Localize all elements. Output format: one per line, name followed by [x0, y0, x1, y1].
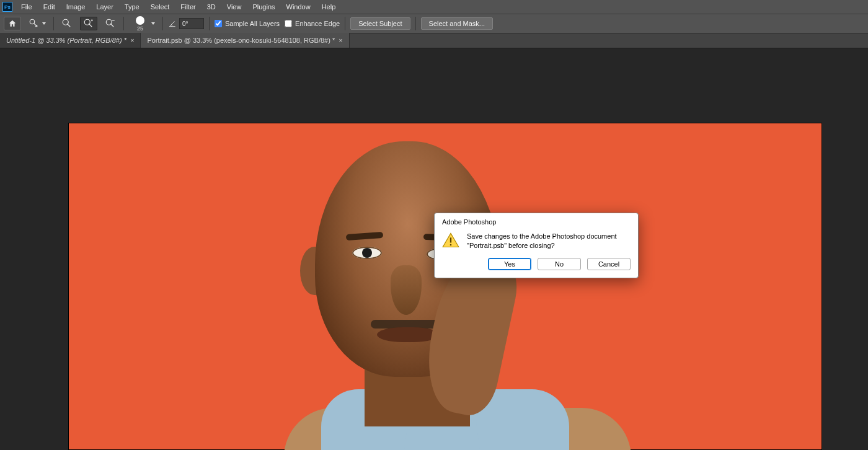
sample-all-layers-checkbox[interactable]: Sample All Layers [215, 20, 280, 27]
brush-picker[interactable]: 25 [129, 17, 157, 30]
document-tab[interactable]: Portrait.psb @ 33.3% (pexels-ono-kosuki-… [141, 33, 349, 48]
new-selection-button[interactable] [59, 17, 75, 30]
menu-select[interactable]: Select [146, 1, 175, 12]
sample-all-layers-label: Sample All Layers [225, 20, 280, 27]
add-to-selection-button[interactable] [80, 17, 97, 30]
svg-rect-5 [450, 244, 451, 245]
document-tab-label: Portrait.psb @ 33.3% (pexels-ono-kosuki-… [147, 37, 335, 44]
home-icon [8, 19, 17, 28]
separator [123, 17, 124, 30]
app-icon: Ps [2, 2, 12, 12]
dialog-overlay: Adobe Photoshop Save changes to the Adob… [0, 48, 868, 450]
save-changes-dialog: Adobe Photoshop Save changes to the Adob… [434, 213, 639, 278]
subtract-from-selection-icon [105, 18, 116, 29]
menu-plugins[interactable]: Plugins [247, 1, 280, 12]
options-bar: 25 Sample All Layers Enhance Edge Select… [0, 14, 868, 33]
separator [209, 17, 210, 30]
angle-icon [168, 19, 177, 28]
new-selection-icon [61, 18, 73, 29]
menu-3d[interactable]: 3D [202, 1, 221, 12]
chevron-down-icon [151, 22, 155, 25]
menubar: Ps File Edit Image Layer Type Select Fil… [0, 0, 868, 14]
menu-image[interactable]: Image [61, 1, 91, 12]
menu-type[interactable]: Type [120, 1, 144, 12]
enhance-edge-input[interactable] [285, 20, 292, 27]
sample-all-layers-input[interactable] [215, 20, 222, 27]
brush-preview: 25 [131, 16, 149, 32]
subtract-from-selection-button[interactable] [102, 17, 118, 30]
no-button[interactable]: No [538, 258, 581, 270]
brush-size-label: 25 [137, 25, 143, 32]
brush-angle-input[interactable] [179, 18, 204, 29]
svg-rect-4 [450, 237, 451, 242]
separator [162, 17, 163, 30]
separator [345, 17, 345, 30]
add-to-selection-icon [83, 18, 94, 29]
select-subject-button[interactable]: Select Subject [350, 17, 410, 30]
document-tab-label: Untitled-1 @ 33.3% (Portrait, RGB/8#) * [6, 37, 126, 44]
enhance-edge-label: Enhance Edge [295, 20, 340, 27]
document-tab[interactable]: Untitled-1 @ 33.3% (Portrait, RGB/8#) * … [0, 33, 141, 48]
tool-preset-picker[interactable] [26, 17, 48, 30]
close-icon[interactable]: × [130, 37, 134, 44]
separator [53, 17, 54, 30]
brush-dot-icon [136, 16, 144, 25]
separator [415, 17, 416, 30]
menu-help[interactable]: Help [317, 1, 341, 12]
quick-select-tool-icon [29, 18, 40, 29]
dialog-title: Adobe Photoshop [435, 213, 638, 229]
enhance-edge-checkbox[interactable]: Enhance Edge [285, 20, 340, 27]
menu-edit[interactable]: Edit [38, 1, 60, 12]
close-icon[interactable]: × [339, 37, 342, 44]
menu-window[interactable]: Window [281, 1, 316, 12]
select-and-mask-button[interactable]: Select and Mask... [421, 17, 494, 30]
yes-button[interactable]: Yes [488, 258, 531, 270]
chevron-down-icon [42, 22, 46, 25]
menu-layer[interactable]: Layer [91, 1, 118, 12]
menu-file[interactable]: File [16, 1, 37, 12]
menu-view[interactable]: View [222, 1, 247, 12]
warning-icon [442, 232, 459, 249]
cancel-button[interactable]: Cancel [587, 258, 631, 270]
home-button[interactable] [4, 17, 21, 30]
document-tab-bar: Untitled-1 @ 33.3% (Portrait, RGB/8#) * … [0, 33, 868, 48]
dialog-message: Save changes to the Adobe Photoshop docu… [467, 232, 631, 250]
workspace: Adobe Photoshop Save changes to the Adob… [0, 48, 868, 450]
brush-angle-field [168, 18, 204, 29]
menu-filter[interactable]: Filter [175, 1, 200, 12]
